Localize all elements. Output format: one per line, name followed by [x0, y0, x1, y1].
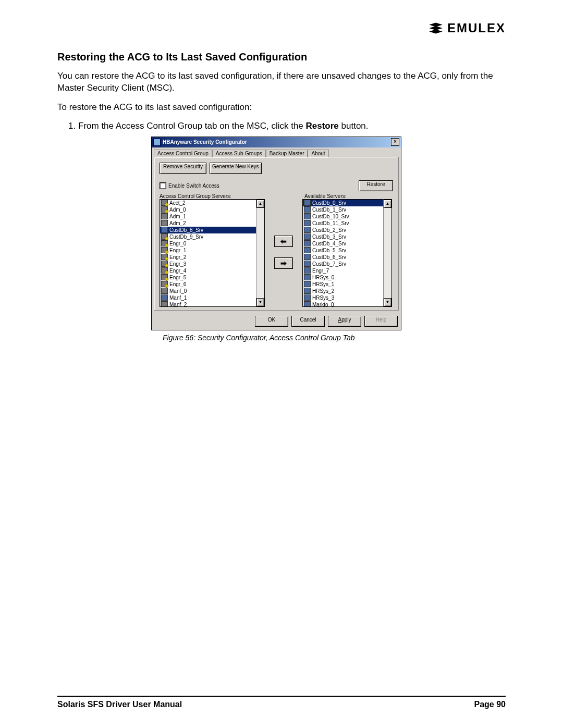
server-icon — [304, 301, 311, 307]
move-right-button[interactable]: ➡ — [274, 257, 293, 269]
server-icon — [161, 294, 168, 301]
acg-servers-label: Access Control Group Servers: — [160, 193, 264, 199]
ok-button[interactable]: OK — [255, 316, 288, 327]
server-icon — [161, 301, 168, 307]
server-icon — [161, 288, 168, 294]
list-item[interactable]: CustDb_10_Srv — [303, 213, 391, 220]
server-icon — [161, 267, 168, 274]
step-1-bold: Restore — [306, 121, 339, 131]
footer-rule — [57, 696, 506, 697]
scroll-up-icon[interactable]: ▲ — [384, 200, 391, 208]
list-item[interactable]: CustDb_5_Srv — [303, 247, 391, 254]
tab-panel-acg: Remove Security Generate New Keys Enable… — [154, 157, 399, 311]
list-item[interactable]: Adm_2 — [160, 220, 264, 227]
list-item[interactable]: Engr_3 — [160, 261, 264, 267]
server-icon — [304, 213, 311, 219]
list-item[interactable]: Manf_1 — [160, 294, 264, 301]
generate-new-keys-button[interactable]: Generate New Keys — [210, 163, 262, 174]
server-icon — [161, 220, 168, 226]
list-item[interactable]: HRSys_1 — [303, 281, 391, 288]
list-item[interactable]: Engr_1 — [160, 247, 264, 254]
list-item[interactable]: HRSys_0 — [303, 274, 391, 281]
server-icon — [161, 233, 168, 240]
scroll-down-icon[interactable]: ▼ — [256, 298, 264, 306]
server-icon — [161, 274, 168, 280]
scroll-up-icon[interactable]: ▲ — [256, 200, 264, 208]
server-icon — [304, 247, 311, 253]
scrollbar[interactable]: ▲ ▼ — [256, 200, 264, 306]
move-left-button[interactable]: ⬅ — [274, 236, 293, 247]
server-icon — [304, 267, 311, 274]
titlebar[interactable]: HBAnyware Security Configurator × — [152, 137, 401, 147]
brand-mark-icon — [427, 22, 444, 34]
dialog-footer: OK Cancel Apply Help — [152, 313, 401, 330]
list-item[interactable]: Engr_0 — [160, 240, 264, 247]
cancel-button[interactable]: Cancel — [291, 316, 325, 327]
list-item[interactable]: CustDb_9_Srv — [160, 233, 264, 240]
list-item[interactable]: CustDb_6_Srv — [303, 254, 391, 261]
available-servers-label: Available Servers: — [304, 193, 393, 199]
server-icon — [161, 240, 168, 246]
list-item[interactable]: Acct_2 — [160, 200, 264, 206]
acg-servers-listbox[interactable]: Acct_2 Adm_0 Adm_1 Adm_2 CustDb_8_Srv Cu… — [160, 199, 265, 307]
arrow-left-icon: ⬅ — [280, 237, 287, 245]
window-title: HBAnyware Security Configurator — [163, 139, 247, 145]
available-servers-listbox[interactable]: CustDb_0_Srv CustDb_1_Srv CustDb_10_Srv … — [302, 199, 392, 307]
step-1-post: button. — [339, 121, 369, 131]
list-item[interactable]: CustDb_0_Srv — [303, 200, 391, 206]
page-title: Restoring the ACG to Its Last Saved Conf… — [57, 51, 506, 63]
server-icon — [161, 247, 168, 253]
tab-about[interactable]: About — [308, 150, 328, 157]
scroll-track[interactable] — [384, 208, 391, 298]
server-icon — [161, 254, 168, 260]
server-icon — [304, 288, 311, 294]
list-item[interactable]: Engr_4 — [160, 267, 264, 274]
restore-button[interactable]: Restore — [359, 180, 393, 191]
list-item[interactable]: CustDb_11_Srv — [303, 220, 391, 227]
remove-security-button[interactable]: Remove Security — [160, 163, 206, 174]
tab-access-sub-groups[interactable]: Access Sub-Groups — [212, 150, 266, 157]
list-item[interactable]: CustDb_8_Srv — [160, 227, 264, 233]
close-icon[interactable]: × — [391, 138, 399, 146]
brand-name: EMULEX — [447, 21, 506, 35]
list-item[interactable]: Markto_0 — [303, 301, 391, 307]
list-item[interactable]: Manf_2 — [160, 301, 264, 307]
enable-switch-access-checkbox[interactable] — [160, 182, 166, 189]
apply-button[interactable]: Apply — [328, 316, 361, 327]
page-footer: Solaris SFS Driver User Manual Page 90 — [57, 696, 506, 709]
footer-manual-name: Solaris SFS Driver User Manual — [57, 700, 182, 709]
security-configurator-dialog: HBAnyware Security Configurator × Access… — [151, 137, 401, 330]
server-icon — [304, 281, 311, 287]
list-item[interactable]: Adm_1 — [160, 213, 264, 220]
figure-56: HBAnyware Security Configurator × Access… — [151, 137, 506, 342]
list-item[interactable]: CustDb_3_Srv — [303, 233, 391, 240]
tab-backup-master[interactable]: Backup Master — [266, 150, 308, 157]
server-icon — [304, 240, 311, 246]
server-icon — [304, 200, 311, 206]
server-icon — [304, 220, 311, 226]
scrollbar[interactable]: ▲ ▼ — [383, 200, 391, 306]
scroll-down-icon[interactable]: ▼ — [384, 298, 391, 306]
tab-access-control-group[interactable]: Access Control Group — [154, 150, 212, 157]
list-item[interactable]: Manf_0 — [160, 288, 264, 294]
scroll-track[interactable] — [256, 208, 264, 298]
list-item[interactable]: CustDb_7_Srv — [303, 261, 391, 267]
server-icon — [304, 233, 311, 240]
step-1: From the Access Control Group tab on the… — [78, 121, 506, 131]
list-item[interactable]: HRSys_2 — [303, 288, 391, 294]
list-item[interactable]: CustDb_2_Srv — [303, 227, 391, 233]
intro-paragraph-1: You can restore the ACG to its last save… — [57, 70, 506, 94]
list-item[interactable]: Engr_6 — [160, 281, 264, 288]
list-item[interactable]: Engr_5 — [160, 274, 264, 281]
list-item[interactable]: Engr_2 — [160, 254, 264, 261]
server-icon — [161, 227, 168, 233]
list-item[interactable]: HRSys_3 — [303, 294, 391, 301]
intro-paragraph-2: To restore the ACG to its last saved con… — [57, 102, 506, 114]
list-item[interactable]: Engr_7 — [303, 267, 391, 274]
list-item[interactable]: CustDb_4_Srv — [303, 240, 391, 247]
help-button[interactable]: Help — [364, 316, 398, 327]
server-icon — [161, 213, 168, 219]
list-item[interactable]: CustDb_1_Srv — [303, 206, 391, 213]
list-item[interactable]: Adm_0 — [160, 206, 264, 213]
transfer-buttons: ⬅ ➡ — [268, 199, 299, 306]
